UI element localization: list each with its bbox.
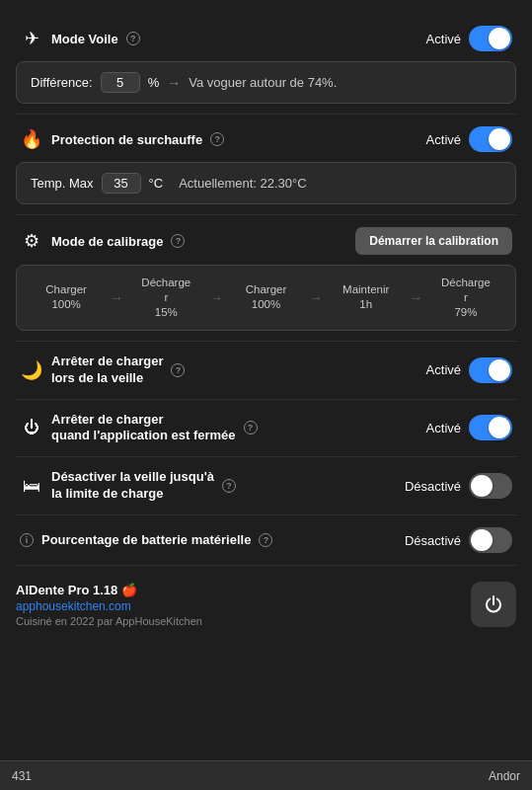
calibrate-button[interactable]: Démarrer la calibration (355, 227, 512, 255)
step-arrow-4: → (410, 290, 422, 305)
surchauffe-help-icon[interactable]: ? (210, 132, 224, 146)
veille-label: Arrêter de chargerlors de la veille (51, 354, 163, 387)
surchauffe-icon: 🔥 (20, 128, 43, 150)
power-icon (484, 594, 503, 614)
veille-limite-left: 🛏 Désactiver la veille jusqu'àla limite … (20, 469, 405, 503)
taskbar-number: 431 (12, 769, 32, 783)
divider-3 (16, 341, 516, 342)
step-1: Charger100% (25, 282, 108, 312)
app-fermee-status: Activé (426, 421, 461, 435)
taskbar: 431 Andor (0, 760, 532, 790)
power-button[interactable] (471, 582, 516, 627)
veille-left: 🌙 Arrêter de chargerlors de la veille ? (20, 354, 426, 387)
surchauffe-input-box: Temp. Max °C Actuellement: 22.30°C (16, 162, 516, 204)
step-arrow-3: → (310, 290, 323, 305)
surchauffe-right: Activé (426, 126, 512, 152)
mode-voile-icon: ✈ (20, 28, 43, 49)
step-arrow-2: → (209, 290, 222, 305)
divider-1 (16, 114, 516, 115)
divider-7 (16, 565, 516, 566)
pourcentage-left: i Pourcentage de batterie matérielle ? (20, 532, 405, 549)
app-fermee-icon: ⏻ (20, 419, 43, 436)
mode-voile-percent: % (148, 75, 160, 90)
veille-limite-icon: 🛏 (20, 476, 43, 497)
surchauffe-left: 🔥 Protection de surchauffe ? (20, 128, 426, 150)
mode-voile-left: ✈ Mode Voile ? (20, 28, 426, 49)
mode-voile-slider (469, 26, 512, 51)
mode-voile-toggle[interactable] (469, 26, 512, 51)
step-3-label: Charger100% (224, 282, 307, 312)
pourcentage-slider (469, 527, 512, 553)
surchauffe-toggle[interactable] (469, 126, 512, 152)
mode-voile-desc: Va voguer autour de 74%. (189, 75, 337, 90)
veille-icon: 🌙 (20, 359, 43, 381)
surchauffe-input-label: Temp. Max (31, 176, 94, 191)
veille-limite-right: Désactivé (405, 473, 512, 499)
surchauffe-status: Activé (426, 132, 461, 147)
pourcentage-info-icon: i (20, 533, 34, 547)
calibrage-row: ⚙ Mode de calibrage ? Démarrer la calibr… (16, 217, 516, 265)
step-4: Maintenir1h (325, 282, 408, 312)
veille-help-icon[interactable]: ? (171, 363, 185, 377)
mode-voile-input-box: Différence: % → Va voguer autour de 74%. (16, 61, 516, 104)
veille-status: Activé (426, 362, 461, 377)
veille-right: Activé (426, 357, 512, 383)
app-fermee-help-icon[interactable]: ? (244, 421, 258, 434)
surchauffe-slider (469, 126, 512, 152)
pourcentage-label: Pourcentage de batterie matérielle (41, 532, 251, 549)
app-fermee-row: ⏻ Arrêter de chargerquand l'application … (16, 402, 516, 455)
footer-text: AlDente Pro 1.18 🍎 apphousekitchen.com C… (16, 583, 202, 627)
pourcentage-row: i Pourcentage de batterie matérielle ? D… (16, 517, 516, 563)
veille-limite-row: 🛏 Désactiver la veille jusqu'àla limite … (16, 459, 516, 513)
footer: AlDente Pro 1.18 🍎 apphousekitchen.com C… (16, 582, 516, 627)
app-fermee-left: ⏻ Arrêter de chargerquand l'application … (20, 412, 426, 445)
surchauffe-label: Protection de surchauffe (51, 132, 202, 147)
veille-limite-status: Désactivé (405, 479, 461, 494)
step-arrow-1: → (110, 290, 122, 305)
calibration-steps: Charger100% → Décharger15% → Charger100%… (16, 265, 516, 331)
mode-voile-section: ✈ Mode Voile ? Activé Différence: % → Va… (16, 16, 516, 104)
step-2-label: Décharger15% (124, 276, 207, 320)
calibrage-left: ⚙ Mode de calibrage ? (20, 230, 185, 252)
divider-6 (16, 514, 516, 515)
divider-2 (16, 214, 516, 215)
mode-voile-input-label: Différence: (31, 75, 93, 90)
step-1-label: Charger100% (25, 282, 108, 312)
step-5: Décharger79% (424, 276, 507, 320)
surchauffe-row: 🔥 Protection de surchauffe ? Activé (16, 117, 516, 162)
app-fermee-right: Activé (426, 415, 512, 440)
surchauffe-desc: Actuellement: 22.30°C (179, 176, 307, 191)
veille-limite-toggle[interactable] (469, 473, 512, 499)
divider-5 (16, 456, 516, 457)
divider-4 (16, 399, 516, 400)
step-4-label: Maintenir1h (325, 282, 408, 312)
calibrage-label: Mode de calibrage (51, 234, 163, 249)
footer-sub: Cuisiné en 2022 par AppHouseKitchen (16, 615, 202, 627)
pourcentage-right: Désactivé (405, 527, 512, 553)
surchauffe-number-input[interactable] (102, 173, 141, 194)
footer-title: AlDente Pro 1.18 🍎 (16, 583, 202, 597)
pourcentage-help-icon[interactable]: ? (259, 533, 272, 547)
surchauffe-section: 🔥 Protection de surchauffe ? Activé Temp… (16, 117, 516, 204)
mode-voile-arrow: → (167, 75, 181, 91)
veille-limite-label: Désactiver la veille jusqu'àla limite de… (51, 469, 214, 503)
mode-voile-row: ✈ Mode Voile ? Activé (16, 16, 516, 61)
mode-voile-right: Activé (426, 26, 512, 51)
veille-limite-help-icon[interactable]: ? (222, 479, 236, 493)
veille-row: 🌙 Arrêter de chargerlors de la veille ? … (16, 344, 516, 397)
calibrage-help-icon[interactable]: ? (171, 234, 185, 248)
mode-voile-label: Mode Voile (51, 32, 118, 46)
veille-slider (469, 357, 512, 383)
pourcentage-toggle[interactable] (469, 527, 512, 553)
app-fermee-label: Arrêter de chargerquand l'application es… (51, 412, 236, 445)
mode-voile-number-input[interactable] (101, 72, 140, 93)
mode-voile-help-icon[interactable]: ? (126, 32, 140, 45)
footer-link[interactable]: apphousekitchen.com (16, 599, 202, 613)
veille-toggle[interactable] (469, 357, 512, 383)
step-5-label: Décharger79% (424, 276, 507, 320)
app-fermee-slider (469, 415, 512, 440)
veille-limite-slider (469, 473, 512, 499)
app-fermee-toggle[interactable] (469, 415, 512, 440)
step-2: Décharger15% (124, 276, 207, 320)
surchauffe-unit: °C (149, 176, 164, 191)
